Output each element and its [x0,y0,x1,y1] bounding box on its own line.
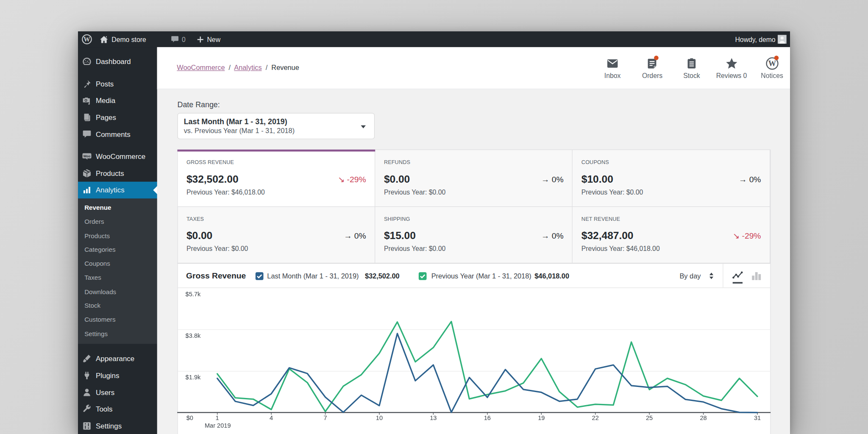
svg-text:Woo: Woo [83,154,91,158]
svg-text:W: W [768,59,776,68]
svg-text:W: W [83,36,90,43]
